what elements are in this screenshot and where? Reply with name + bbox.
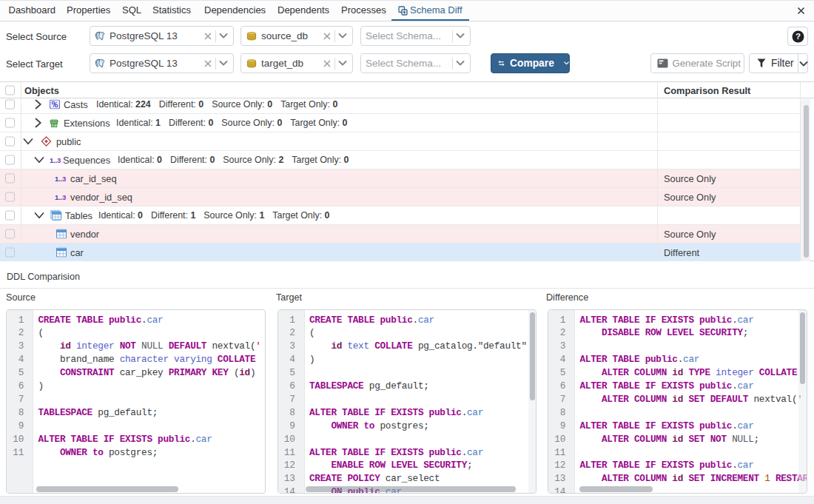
svg-text:?: ? (795, 32, 800, 41)
